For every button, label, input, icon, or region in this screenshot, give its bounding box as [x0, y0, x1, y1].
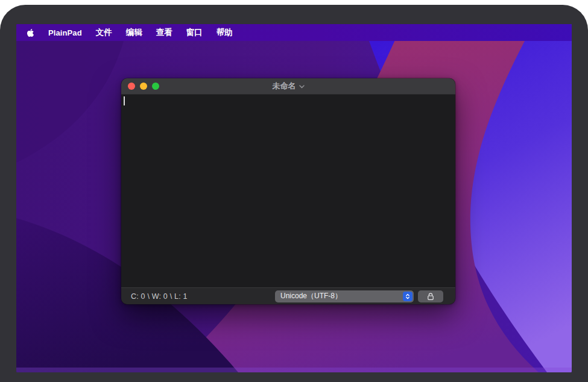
- plainpad-window: 未命名 C: 0 \ W: 0 \ L: 1 Unicode（UTF-8）: [121, 78, 455, 304]
- apple-logo-icon: [27, 28, 34, 37]
- menu-item-window[interactable]: 窗口: [186, 27, 203, 38]
- text-editor-area[interactable]: [121, 95, 455, 287]
- window-title-group: 未命名: [121, 78, 455, 94]
- menu-bar: PlainPad 文件 编辑 查看 窗口 帮助: [16, 24, 572, 41]
- text-caret: [124, 96, 125, 105]
- desktop: PlainPad 文件 编辑 查看 窗口 帮助 未命名: [16, 24, 572, 372]
- menu-item-edit[interactable]: 编辑: [126, 27, 142, 38]
- lock-icon: [427, 292, 434, 301]
- menu-item-help[interactable]: 帮助: [217, 27, 233, 38]
- lock-button[interactable]: [418, 290, 443, 302]
- window-title: 未命名: [273, 81, 296, 92]
- apple-menu[interactable]: [27, 28, 34, 37]
- window-titlebar[interactable]: 未命名: [121, 78, 455, 95]
- menu-item-view[interactable]: 查看: [156, 27, 172, 38]
- menu-item-file[interactable]: 文件: [96, 27, 112, 38]
- encoding-value: Unicode（UTF-8）: [275, 291, 403, 301]
- encoding-dropdown[interactable]: Unicode（UTF-8）: [275, 290, 414, 302]
- device-frame: PlainPad 文件 编辑 查看 窗口 帮助 未命名: [0, 5, 588, 382]
- status-bar: C: 0 \ W: 0 \ L: 1 Unicode（UTF-8）: [121, 287, 455, 304]
- page: PlainPad 文件 编辑 查看 窗口 帮助 未命名: [0, 0, 588, 382]
- counter-readout: C: 0 \ W: 0 \ L: 1: [131, 292, 188, 301]
- menu-app-name[interactable]: PlainPad: [48, 28, 82, 37]
- updown-chevrons-icon: [403, 292, 413, 301]
- chevron-down-icon[interactable]: [299, 84, 305, 89]
